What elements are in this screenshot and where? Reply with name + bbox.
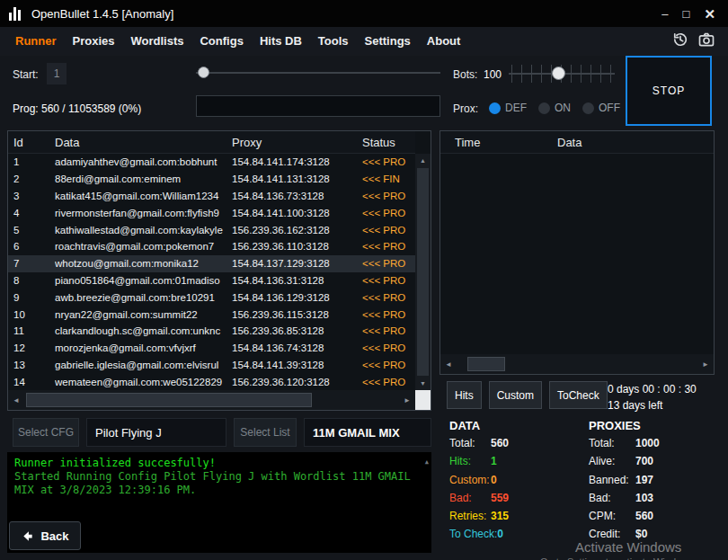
scrollbar-track[interactable] [24, 390, 399, 410]
start-slider[interactable] [196, 66, 440, 80]
menu-item-proxies[interactable]: Proxies [65, 27, 123, 56]
cell-data: piano051864@gmail.com:01madiso [55, 275, 232, 286]
stat-row: Bad:559 [449, 492, 509, 510]
scroll-left-icon[interactable]: ◄ [8, 396, 24, 404]
radio-icon[interactable] [489, 102, 501, 114]
results-vertical-scrollbar[interactable]: ▲ ▼ [415, 154, 431, 390]
menu-item-runner[interactable]: Runner [7, 27, 65, 56]
tocheck-button[interactable]: ToCheck [549, 381, 608, 409]
log-scroll-up-icon[interactable]: ▲ [425, 456, 429, 469]
progress-label: Prog: 560 / 11053589 (0%) [13, 102, 141, 115]
table-row[interactable]: 4rivermonsterfan@gmail.com:flyfish9154.8… [8, 204, 415, 221]
table-row[interactable]: 8piano051864@gmail.com:01madiso154.84.13… [8, 272, 415, 289]
days-left-text: 13 days left [608, 399, 662, 412]
stat-row: To Check:0 [449, 528, 509, 546]
radio-icon[interactable] [582, 102, 594, 114]
hits-button[interactable]: Hits [447, 381, 482, 409]
log-line: Started Running Config Pilot Flying J wi… [14, 470, 424, 497]
bots-value: 100 [484, 68, 502, 81]
column-header-time[interactable]: Time [440, 136, 557, 149]
cell-status: <<< PRO [362, 225, 415, 236]
table-row[interactable]: 12morozjenka@gmail.com:vfvjxrf154.84.136… [8, 340, 415, 357]
selected-wordlist-value: 11M GMAIL MIX [304, 418, 431, 447]
column-header-data[interactable]: Data [557, 136, 714, 149]
menu-item-configs[interactable]: Configs [191, 27, 251, 56]
stat-label: Banned: [589, 474, 635, 486]
table-row[interactable]: 14wemateen@gmail.com:we05122829156.239.3… [8, 373, 415, 390]
cell-id: 1 [8, 156, 55, 167]
select-cfg-button[interactable]: Select CFG [13, 418, 79, 447]
menu-item-wordlists[interactable]: Wordlists [122, 27, 191, 56]
menu-item-hits-db[interactable]: Hits DB [252, 27, 310, 56]
stat-label: Total: [449, 437, 491, 449]
scroll-right-icon[interactable]: ► [399, 396, 415, 404]
scroll-right-icon[interactable]: ► [697, 360, 714, 369]
hits-horizontal-scrollbar[interactable]: ◄ ► [440, 354, 714, 374]
cell-status: <<< PRO [362, 292, 415, 303]
start-input[interactable]: 1 [47, 63, 67, 84]
stop-button[interactable]: STOP [626, 56, 712, 126]
menu-bar: RunnerProxiesWordlistsConfigsHits DBTool… [0, 27, 728, 56]
maximize-icon[interactable]: □ [683, 8, 690, 20]
stat-row: Banned:197 [589, 474, 660, 492]
debugger-history-icon[interactable] [671, 31, 689, 52]
horizontal-scrollbar-thumb[interactable] [26, 393, 312, 407]
progress-bar [196, 95, 440, 117]
column-header-id[interactable]: Id [8, 136, 55, 149]
prox-option-def[interactable]: DEF [489, 102, 527, 114]
table-row[interactable]: 7whotzou@gmail.com:monika12154.84.137.12… [8, 255, 415, 272]
column-header-data[interactable]: Data [55, 136, 232, 149]
title-bar: OpenBullet 1.4.5 [Anomaly] – □ ✕ [0, 0, 728, 27]
table-row[interactable]: 10nryan22@gmail.com:summit22156.239.36.1… [8, 306, 415, 323]
stat-value: 103 [635, 492, 653, 504]
cell-status: <<< PRO [362, 191, 415, 201]
radio-icon[interactable] [538, 102, 550, 114]
column-header-proxy[interactable]: Proxy [232, 136, 362, 149]
radio-label: OFF [599, 102, 620, 114]
table-row[interactable]: 3katikat415@gmail.com:William1234154.84.… [8, 188, 415, 205]
column-header-status[interactable]: Status [362, 136, 415, 149]
table-row[interactable]: 9awb.breezie@gmail.com:bre10291154.84.13… [8, 289, 415, 306]
scrollbar-track[interactable] [457, 354, 697, 374]
stat-row: Custom:0 [449, 474, 509, 492]
cell-id: 5 [8, 225, 55, 236]
slider-thumb[interactable] [552, 67, 565, 80]
table-row[interactable]: 1adamiyahthev@gmail.com:bobhunt154.84.14… [8, 154, 415, 171]
stat-value: 560 [635, 510, 653, 522]
prox-option-off[interactable]: OFF [582, 102, 620, 114]
slider-thumb[interactable] [198, 67, 209, 78]
select-list-button[interactable]: Select List [234, 418, 297, 447]
cell-id: 4 [8, 208, 55, 218]
table-row[interactable]: 13gabrielle.iglesia@gmail.com:elvisrul15… [8, 357, 415, 374]
bots-slider[interactable] [509, 62, 615, 85]
data-stats-title: DATA [449, 419, 480, 432]
scroll-up-icon[interactable]: ▲ [415, 154, 431, 167]
table-row[interactable]: 11clarkandlough.sc@gmail.com:unknc156.23… [8, 323, 415, 340]
menu-item-settings[interactable]: Settings [357, 27, 419, 56]
cell-status: <<< PRO [362, 275, 415, 286]
stat-value: 0 [491, 474, 497, 486]
cell-proxy: 154.84.136.73:3128 [232, 191, 362, 201]
scroll-left-icon[interactable]: ◄ [440, 360, 457, 369]
cell-status: <<< PRO [362, 156, 415, 167]
menu-item-about[interactable]: About [419, 27, 469, 56]
horizontal-scrollbar-thumb[interactable] [467, 357, 505, 371]
table-row[interactable]: 5kathiwallestad@gmail.com:kaylakyle156.2… [8, 221, 415, 238]
results-horizontal-scrollbar[interactable]: ◄ ► [8, 390, 415, 410]
vertical-scrollbar-thumb[interactable] [417, 168, 429, 376]
cell-id: 6 [8, 241, 55, 252]
minimize-icon[interactable]: – [661, 8, 668, 20]
screenshot-camera-icon[interactable] [697, 31, 715, 52]
stat-label: CPM: [589, 510, 635, 522]
scroll-down-icon[interactable]: ▼ [415, 377, 431, 390]
back-button[interactable]: Back [9, 521, 81, 550]
menu-item-tools[interactable]: Tools [310, 27, 357, 56]
custom-button[interactable]: Custom [489, 381, 542, 409]
cell-proxy: 154.84.137.129:3128 [232, 258, 362, 269]
table-row[interactable]: 288erdi@gmail.com:eminem154.84.141.131:3… [8, 171, 415, 188]
cell-data: roachtravis@gmail.com:pokemon7 [55, 241, 232, 252]
cell-data: awb.breezie@gmail.com:bre10291 [55, 292, 232, 303]
prox-option-on[interactable]: ON [538, 102, 571, 114]
close-icon[interactable]: ✕ [704, 7, 715, 21]
table-row[interactable]: 6roachtravis@gmail.com:pokemon7156.239.3… [8, 238, 415, 255]
